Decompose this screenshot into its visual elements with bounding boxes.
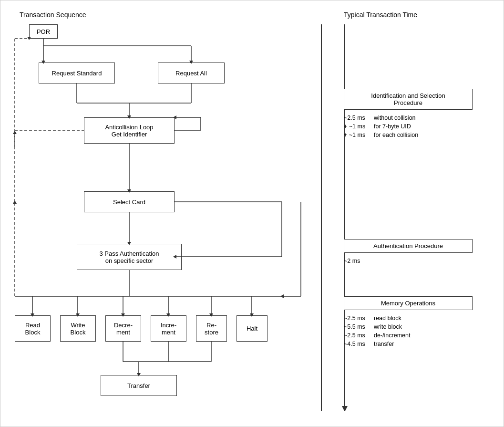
read-block-box: Read Block bbox=[15, 315, 51, 342]
por-box: POR bbox=[29, 24, 58, 39]
memory-label: Memory Operations bbox=[381, 300, 435, 307]
halt-box: Halt bbox=[237, 315, 267, 342]
identification-label: Identification and Selection Procedure bbox=[371, 92, 445, 106]
request-standard-box: Request Standard bbox=[39, 62, 115, 83]
identification-section: Identification and Selection Procedure ~… bbox=[344, 89, 473, 140]
mem-timing-val-4: ~4.5 ms bbox=[344, 341, 370, 347]
authentication-label: Authentication Procedure bbox=[373, 242, 443, 250]
request-all-box: Request All bbox=[158, 62, 225, 83]
timing-row-2: + ~1 ms for 7-byte UID bbox=[344, 123, 473, 130]
info-title: Typical Transaction Time bbox=[344, 11, 417, 19]
memory-box: Memory Operations bbox=[344, 296, 473, 310]
timing-row-1: ~2.5 ms without collision bbox=[344, 115, 473, 121]
anticollision-box: Anticollision Loop Get Identifier bbox=[84, 117, 175, 144]
timing-val-3: + ~1 ms bbox=[344, 132, 370, 138]
timing-val-1: ~2.5 ms bbox=[344, 115, 370, 121]
mem-timing-val-1: ~2.5 ms bbox=[344, 315, 370, 322]
svg-marker-59 bbox=[280, 294, 284, 298]
increment-box: Incre- ment bbox=[151, 315, 186, 342]
mem-timing-val-2: ~5.5 ms bbox=[344, 323, 370, 330]
memory-section: Memory Operations ~2.5 ms read block ~5.… bbox=[344, 296, 473, 349]
timing-desc-1: without collision bbox=[374, 115, 416, 121]
mem-timing-desc-3: de-/increment bbox=[374, 332, 410, 339]
svg-marker-1 bbox=[342, 406, 348, 411]
svg-marker-45 bbox=[13, 200, 17, 204]
mem-timing-row-1: ~2.5 ms read block bbox=[344, 315, 473, 322]
page: Transaction Sequence Typical Transaction… bbox=[0, 0, 504, 427]
auth-timing-row-1: ~2 ms bbox=[344, 258, 473, 264]
mem-timing-row-3: ~2.5 ms de-/increment bbox=[344, 332, 473, 339]
identification-timings: ~2.5 ms without collision + ~1 ms for 7-… bbox=[344, 115, 473, 138]
select-card-box: Select Card bbox=[84, 191, 175, 212]
transfer-box: Transfer bbox=[101, 375, 177, 396]
auth-timing-val-1: ~2 ms bbox=[344, 258, 370, 264]
authentication-timings: ~2 ms bbox=[344, 258, 473, 264]
mem-timing-desc-4: transfer bbox=[374, 341, 394, 347]
authentication-section: Authentication Procedure ~2 ms bbox=[344, 239, 473, 266]
vertical-arrow-svg bbox=[321, 24, 369, 411]
timing-desc-3: for each collision bbox=[374, 132, 418, 138]
mem-timing-row-4: ~4.5 ms transfer bbox=[344, 341, 473, 347]
diagram-title: Transaction Sequence bbox=[20, 11, 86, 19]
auth-box: 3 Pass Authentication on specific sector bbox=[77, 244, 182, 270]
mem-timing-row-2: ~5.5 ms write block bbox=[344, 323, 473, 330]
mem-timing-desc-2: write block bbox=[374, 323, 402, 330]
write-block-box: Write Block bbox=[60, 315, 96, 342]
mem-timing-desc-1: read block bbox=[374, 315, 401, 322]
timing-desc-2: for 7-byte UID bbox=[374, 123, 411, 130]
timing-val-2: + ~1 ms bbox=[344, 123, 370, 130]
mem-timing-val-3: ~2.5 ms bbox=[344, 332, 370, 339]
memory-timings: ~2.5 ms read block ~5.5 ms write block ~… bbox=[344, 315, 473, 347]
decrement-box: Decre- ment bbox=[105, 315, 141, 342]
identification-box: Identification and Selection Procedure bbox=[344, 89, 473, 110]
timing-row-3: + ~1 ms for each collision bbox=[344, 132, 473, 138]
svg-marker-47 bbox=[13, 131, 17, 134]
authentication-box: Authentication Procedure bbox=[344, 239, 473, 253]
restore-box: Re- store bbox=[196, 315, 227, 342]
